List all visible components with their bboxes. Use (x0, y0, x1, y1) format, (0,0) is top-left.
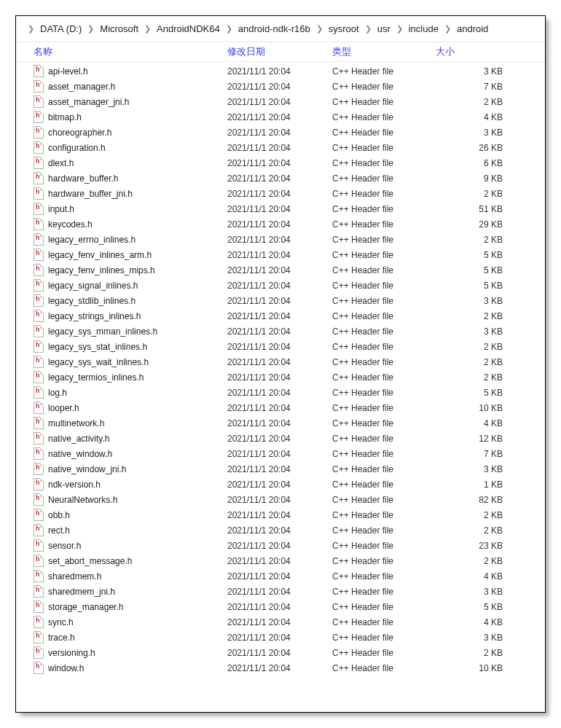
file-name-cell[interactable]: log.h (16, 386, 227, 399)
table-row[interactable]: legacy_sys_stat_inlines.h2021/11/1 20:04… (16, 339, 545, 354)
breadcrumb-item[interactable]: usr (376, 22, 392, 36)
file-name-cell[interactable]: sharedmem.h (16, 570, 227, 582)
table-row[interactable]: api-level.h2021/11/1 20:04C++ Header fil… (16, 63, 545, 79)
chevron-right-icon[interactable]: ❯ (83, 25, 98, 33)
file-name-cell[interactable]: configuration.h (16, 141, 227, 154)
file-name-cell[interactable]: api-level.h (16, 65, 227, 77)
table-row[interactable]: rect.h2021/11/1 20:04C++ Header file2 KB (16, 522, 545, 538)
file-name-cell[interactable]: legacy_strings_inlines.h (16, 310, 227, 322)
breadcrumb-item[interactable]: AndroidNDK64 (155, 22, 221, 36)
table-row[interactable]: native_activity.h2021/11/1 20:04C++ Head… (16, 431, 545, 446)
table-row[interactable]: legacy_termios_inlines.h2021/11/1 20:04C… (16, 369, 545, 385)
file-name-cell[interactable]: NeuralNetworks.h (16, 493, 227, 506)
table-row[interactable]: bitmap.h2021/11/1 20:04C++ Header file4 … (16, 109, 545, 125)
chevron-right-icon[interactable]: ❯ (361, 25, 376, 33)
file-name-cell[interactable]: asset_manager_jni.h (16, 95, 227, 108)
table-row[interactable]: legacy_sys_wait_inlines.h2021/11/1 20:04… (16, 354, 545, 369)
file-name-cell[interactable]: legacy_errno_inlines.h (16, 233, 227, 246)
table-row[interactable]: NeuralNetworks.h2021/11/1 20:04C++ Heade… (16, 492, 545, 507)
file-name-cell[interactable]: hardware_buffer.h (16, 172, 227, 184)
file-name-cell[interactable]: native_window.h (16, 447, 227, 460)
file-name-cell[interactable]: input.h (16, 203, 227, 215)
file-name-cell[interactable]: choreographer.h (16, 126, 227, 138)
table-row[interactable]: configuration.h2021/11/1 20:04C++ Header… (16, 140, 545, 155)
chevron-right-icon[interactable]: ❯ (312, 25, 327, 33)
table-row[interactable]: set_abort_message.h2021/11/1 20:04C++ He… (16, 553, 545, 568)
chevron-right-icon[interactable]: ❯ (392, 25, 407, 33)
file-name-cell[interactable]: legacy_sys_mman_inlines.h (16, 325, 227, 337)
table-row[interactable]: versioning.h2021/11/1 20:04C++ Header fi… (16, 645, 545, 660)
table-row[interactable]: legacy_fenv_inlines_mips.h2021/11/1 20:0… (16, 262, 545, 278)
table-row[interactable]: multinetwork.h2021/11/1 20:04C++ Header … (16, 415, 545, 431)
chevron-right-icon[interactable]: ❯ (221, 25, 237, 33)
table-row[interactable]: legacy_signal_inlines.h2021/11/1 20:04C+… (16, 278, 545, 293)
table-row[interactable]: legacy_fenv_inlines_arm.h2021/11/1 20:04… (16, 247, 545, 262)
breadcrumb-item[interactable]: android (455, 22, 490, 36)
column-header-type[interactable]: 类型 (332, 45, 436, 58)
table-row[interactable]: sync.h2021/11/1 20:04C++ Header file4 KB (16, 614, 545, 630)
column-header-size[interactable]: 大小 (436, 45, 503, 58)
table-row[interactable]: window.h2021/11/1 20:04C++ Header file10… (16, 660, 545, 676)
table-row[interactable]: native_window_jni.h2021/11/1 20:04C++ He… (16, 461, 545, 477)
table-row[interactable]: input.h2021/11/1 20:04C++ Header file51 … (16, 201, 545, 216)
table-row[interactable]: legacy_stdlib_inlines.h2021/11/1 20:04C+… (16, 293, 545, 308)
table-row[interactable]: trace.h2021/11/1 20:04C++ Header file3 K… (16, 630, 545, 645)
file-name-cell[interactable]: legacy_fenv_inlines_arm.h (16, 248, 227, 261)
file-name-cell[interactable]: dlext.h (16, 157, 227, 169)
table-row[interactable]: hardware_buffer_jni.h2021/11/1 20:04C++ … (16, 186, 545, 201)
table-row[interactable]: looper.h2021/11/1 20:04C++ Header file10… (16, 400, 545, 415)
file-name-cell[interactable]: legacy_sys_wait_inlines.h (16, 356, 227, 368)
file-name-cell[interactable]: looper.h (16, 402, 227, 414)
table-row[interactable]: asset_manager_jni.h2021/11/1 20:04C++ He… (16, 94, 545, 109)
file-name-cell[interactable]: native_window_jni.h (16, 463, 227, 475)
breadcrumb-item[interactable]: Microsoft (98, 22, 140, 36)
table-row[interactable]: ndk-version.h2021/11/1 20:04C++ Header f… (16, 477, 545, 492)
table-row[interactable]: sensor.h2021/11/1 20:04C++ Header file23… (16, 538, 545, 553)
column-header-name[interactable]: 名称 (16, 45, 227, 58)
table-row[interactable]: asset_manager.h2021/11/1 20:04C++ Header… (16, 79, 545, 94)
table-row[interactable]: sharedmem_jni.h2021/11/1 20:04C++ Header… (16, 584, 545, 599)
chevron-right-icon[interactable]: ❯ (23, 25, 39, 33)
file-name-cell[interactable]: storage_manager.h (16, 600, 227, 613)
table-row[interactable]: legacy_sys_mman_inlines.h2021/11/1 20:04… (16, 324, 545, 339)
breadcrumb-item[interactable]: include (407, 22, 440, 36)
file-name-cell[interactable]: rect.h (16, 524, 227, 536)
breadcrumb-item[interactable]: sysroot (327, 22, 361, 36)
file-name-cell[interactable]: bitmap.h (16, 111, 227, 123)
file-name-cell[interactable]: asset_manager.h (16, 80, 227, 93)
file-name-cell[interactable]: keycodes.h (16, 218, 227, 230)
file-name-cell[interactable]: obb.h (16, 509, 227, 521)
file-name-cell[interactable]: window.h (16, 662, 227, 674)
breadcrumb-item[interactable]: DATA (D:) (39, 22, 83, 36)
table-row[interactable]: dlext.h2021/11/1 20:04C++ Header file6 K… (16, 155, 545, 171)
table-row[interactable]: legacy_errno_inlines.h2021/11/1 20:04C++… (16, 232, 545, 247)
table-row[interactable]: legacy_strings_inlines.h2021/11/1 20:04C… (16, 308, 545, 324)
file-name-cell[interactable]: legacy_sys_stat_inlines.h (16, 340, 227, 353)
file-name-cell[interactable]: legacy_termios_inlines.h (16, 371, 227, 383)
table-row[interactable]: storage_manager.h2021/11/1 20:04C++ Head… (16, 599, 545, 614)
file-name-cell[interactable]: sharedmem_jni.h (16, 585, 227, 598)
breadcrumb-item[interactable]: android-ndk-r16b (237, 22, 312, 36)
file-name-cell[interactable]: trace.h (16, 631, 227, 643)
file-name-cell[interactable]: set_abort_message.h (16, 555, 227, 567)
chevron-right-icon[interactable]: ❯ (440, 25, 455, 33)
file-name-cell[interactable]: native_activity.h (16, 432, 227, 445)
table-row[interactable]: obb.h2021/11/1 20:04C++ Header file2 KB (16, 507, 545, 522)
file-name-cell[interactable]: versioning.h (16, 646, 227, 659)
file-name-cell[interactable]: multinetwork.h (16, 417, 227, 429)
file-name-cell[interactable]: ndk-version.h (16, 478, 227, 490)
file-name-cell[interactable]: legacy_stdlib_inlines.h (16, 294, 227, 307)
table-row[interactable]: choreographer.h2021/11/1 20:04C++ Header… (16, 125, 545, 140)
file-name-cell[interactable]: hardware_buffer_jni.h (16, 187, 227, 200)
file-name-cell[interactable]: sync.h (16, 616, 227, 628)
table-row[interactable]: keycodes.h2021/11/1 20:04C++ Header file… (16, 216, 545, 232)
table-row[interactable]: sharedmem.h2021/11/1 20:04C++ Header fil… (16, 568, 545, 584)
file-name-cell[interactable]: legacy_fenv_inlines_mips.h (16, 264, 227, 276)
table-row[interactable]: log.h2021/11/1 20:04C++ Header file5 KB (16, 385, 545, 400)
chevron-right-icon[interactable]: ❯ (140, 25, 155, 33)
table-row[interactable]: hardware_buffer.h2021/11/1 20:04C++ Head… (16, 171, 545, 186)
file-name-cell[interactable]: legacy_signal_inlines.h (16, 279, 227, 291)
file-name-cell[interactable]: sensor.h (16, 539, 227, 552)
table-row[interactable]: native_window.h2021/11/1 20:04C++ Header… (16, 446, 545, 461)
column-header-date[interactable]: 修改日期 (227, 45, 332, 58)
